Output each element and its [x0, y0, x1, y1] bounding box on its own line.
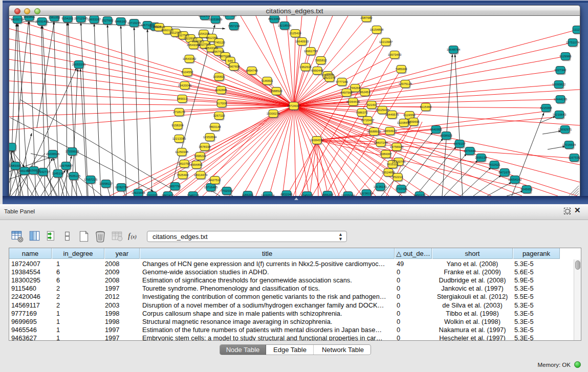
- svg-text:9657791: 9657791: [169, 185, 181, 188]
- svg-text:1733426: 1733426: [395, 187, 407, 190]
- svg-text:18355064: 18355064: [341, 194, 355, 197]
- svg-text:2935134: 2935134: [475, 156, 487, 159]
- svg-text:15716485: 15716485: [204, 186, 218, 189]
- svg-text:1993811: 1993811: [24, 15, 36, 18]
- svg-text:7625402: 7625402: [177, 173, 189, 177]
- svg-text:9146821: 9146821: [261, 79, 273, 82]
- svg-text:9115460: 9115460: [420, 105, 432, 108]
- svg-text:20206526: 20206526: [46, 152, 60, 156]
- svg-text:18724007: 18724007: [287, 104, 301, 107]
- svg-text:9862417: 9862417: [162, 194, 174, 197]
- svg-text:9129966: 9129966: [559, 55, 572, 58]
- svg-text:7357234: 7357234: [228, 25, 240, 28]
- svg-text:1184201: 1184201: [242, 193, 254, 196]
- svg-text:9777169: 9777169: [336, 80, 348, 83]
- svg-text:16640910: 16640910: [295, 40, 309, 43]
- svg-text:8832046: 8832046: [280, 193, 293, 196]
- svg-text:12942737: 12942737: [36, 170, 50, 173]
- svg-text:1527602: 1527602: [101, 19, 114, 22]
- svg-text:2087682: 2087682: [360, 16, 373, 19]
- svg-text:17957225: 17957225: [84, 178, 98, 181]
- svg-text:546: 546: [228, 59, 233, 62]
- svg-text:17016504: 17016504: [562, 143, 576, 146]
- svg-text:362451: 362451: [360, 91, 371, 94]
- svg-text:2583001: 2583001: [9, 164, 21, 167]
- svg-text:9327505: 9327505: [199, 43, 211, 46]
- svg-text:9245013: 9245013: [301, 194, 313, 197]
- svg-text:10958117: 10958117: [99, 182, 113, 185]
- svg-text:9427512: 9427512: [209, 179, 221, 182]
- svg-text:8813054: 8813054: [268, 17, 280, 20]
- svg-text:10025438: 10025438: [376, 108, 389, 112]
- svg-text:12213383: 12213383: [172, 137, 186, 140]
- svg-text:9227342: 9227342: [554, 69, 567, 72]
- svg-text:6990443: 6990443: [311, 69, 323, 72]
- svg-text:14055724: 14055724: [11, 18, 25, 21]
- svg-text:3578334: 3578334: [199, 145, 211, 148]
- svg-text:1381052: 1381052: [48, 16, 60, 19]
- svg-text:7485003: 7485003: [395, 68, 407, 71]
- svg-text:62160: 62160: [367, 103, 376, 106]
- svg-text:8215958: 8215958: [540, 106, 552, 110]
- svg-text:1145134: 1145134: [52, 172, 64, 175]
- svg-text:15720407: 15720407: [361, 119, 375, 122]
- svg-text:11123: 11123: [573, 28, 581, 31]
- svg-text:1994893: 1994893: [190, 163, 203, 166]
- svg-text:14136141: 14136141: [374, 185, 387, 188]
- svg-text:317006: 317006: [216, 102, 227, 105]
- svg-text:1035821: 1035821: [213, 75, 225, 78]
- svg-text:1154208: 1154208: [198, 32, 210, 35]
- svg-text:10543382: 10543382: [183, 57, 197, 60]
- svg-text:13654923: 13654923: [383, 129, 397, 133]
- svg-text:10543382: 10543382: [187, 43, 201, 47]
- svg-text:1588520: 1588520: [270, 90, 282, 93]
- svg-text:16961758: 16961758: [304, 50, 318, 53]
- svg-text:7986372: 7986372: [356, 111, 368, 114]
- svg-text:10874551: 10874551: [223, 14, 237, 17]
- svg-text:1615112: 1615112: [387, 163, 399, 166]
- svg-text:9450172: 9450172: [413, 194, 426, 197]
- svg-text:20053396: 20053396: [72, 63, 86, 66]
- svg-text:17359928: 17359928: [66, 150, 79, 153]
- svg-text:12213987: 12213987: [379, 40, 393, 43]
- svg-text:2125419: 2125419: [289, 32, 301, 35]
- svg-text:8104552: 8104552: [181, 71, 193, 74]
- svg-text:16648784: 16648784: [447, 48, 461, 51]
- svg-text:2967608: 2967608: [212, 50, 225, 53]
- svg-text:15751074: 15751074: [566, 41, 580, 44]
- svg-text:12093822: 12093822: [552, 83, 566, 86]
- svg-text:7632621: 7632621: [488, 163, 500, 166]
- svg-text:1640955: 1640955: [430, 128, 442, 131]
- svg-text:6466160: 6466160: [115, 20, 127, 23]
- svg-text:1203371: 1203371: [146, 194, 158, 197]
- svg-text:7803144: 7803144: [209, 125, 221, 128]
- svg-text:6497568: 6497568: [340, 91, 353, 94]
- svg-text:8912475: 8912475: [199, 14, 211, 17]
- svg-text:1810755: 1810755: [178, 162, 190, 165]
- svg-text:16914479: 16914479: [194, 173, 208, 177]
- svg-text:9245652: 9245652: [520, 188, 533, 191]
- svg-text:9154201: 9154201: [61, 17, 74, 20]
- svg-text:10719155: 10719155: [127, 21, 141, 25]
- svg-text:989013: 989013: [177, 97, 188, 100]
- svg-text:7702034: 7702034: [221, 189, 233, 192]
- svg-text:1362615: 1362615: [299, 65, 312, 69]
- svg-text:16093514: 16093514: [261, 194, 275, 197]
- svg-text:1048213: 1048213: [187, 194, 199, 197]
- svg-text:9474444: 9474444: [464, 149, 476, 152]
- svg-text:2967608: 2967608: [228, 65, 240, 68]
- svg-text:3267110: 3267110: [213, 114, 226, 117]
- svg-text:(x): (x): [131, 234, 137, 240]
- svg-text:12505135: 12505135: [67, 174, 81, 178]
- svg-text:11250348: 11250348: [175, 150, 189, 154]
- svg-text:9384067: 9384067: [380, 152, 392, 156]
- svg-text:746266: 746266: [350, 86, 361, 90]
- svg-text:19218506: 19218506: [278, 24, 292, 27]
- svg-text:15300275: 15300275: [267, 112, 280, 115]
- svg-text:7745120: 7745120: [213, 41, 225, 44]
- svg-text:10975887: 10975887: [59, 164, 73, 167]
- svg-text:6899695: 6899695: [407, 120, 420, 123]
- svg-text:15692971: 15692971: [558, 128, 572, 131]
- svg-text:20712345: 20712345: [74, 17, 88, 20]
- svg-text:1555207: 1555207: [321, 193, 334, 196]
